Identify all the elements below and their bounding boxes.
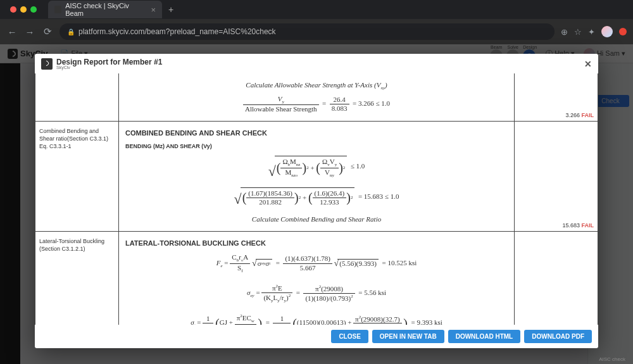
tab-favicon bbox=[54, 6, 61, 13]
section-title: COMBINED BENDING AND SHEAR CHECK bbox=[125, 129, 508, 137]
row-content: LATERAL-TORSIONAL BUCKLING CHECK Fe = Cb… bbox=[119, 232, 515, 325]
record-indicator[interactable] bbox=[619, 28, 627, 35]
left-rail bbox=[0, 63, 20, 364]
url-bar: ← → ⟳ 🔒 platform.skyciv.com/beam?preload… bbox=[0, 19, 633, 44]
bookmark-icon[interactable]: ☆ bbox=[574, 27, 582, 37]
extensions-icon[interactable]: ✦ bbox=[588, 27, 595, 37]
download-html-button[interactable]: DOWNLOAD HTML bbox=[448, 330, 521, 343]
modal-header: Design Report for Member #1 SkyCiv ✕ bbox=[35, 54, 598, 73]
url-text: platform.skyciv.com/beam?preload_name=AI… bbox=[78, 27, 276, 36]
row-label: Combined Bending and Shear ratio(Section… bbox=[35, 122, 119, 232]
search-icon[interactable]: ⊕ bbox=[561, 27, 568, 37]
footer-note: AISC check bbox=[599, 356, 625, 362]
close-button[interactable]: CLOSE bbox=[331, 330, 368, 343]
browser-tab[interactable]: AISC check | SkyCiv Beam × bbox=[48, 1, 162, 18]
url-field[interactable]: 🔒 platform.skyciv.com/beam?preload_name=… bbox=[60, 23, 555, 40]
modal-title: Design Report for Member #1 bbox=[56, 58, 162, 66]
minimize-window-button[interactable] bbox=[20, 6, 27, 13]
download-pdf-button[interactable]: DOWNLOAD PDF bbox=[524, 330, 592, 343]
profile-avatar[interactable] bbox=[601, 26, 613, 37]
close-window-button[interactable] bbox=[10, 6, 16, 13]
browser-chrome: AISC check | SkyCiv Beam × + ← → ⟳ 🔒 pla… bbox=[0, 0, 633, 44]
new-tab-button[interactable]: + bbox=[168, 4, 173, 15]
modal-close-button[interactable]: ✕ bbox=[584, 59, 592, 69]
row-result: 3.266 FAIL bbox=[515, 73, 598, 122]
row-content: COMBINED BENDING AND SHEAR CHECK BENDING… bbox=[119, 122, 515, 232]
url-right-icons: ⊕ ☆ ✦ bbox=[561, 26, 627, 37]
row-label: Lateral-Torsional Buckling (Section C3.1… bbox=[35, 232, 119, 325]
open-new-tab-button[interactable]: OPEN IN NEW TAB bbox=[372, 330, 444, 343]
lock-icon: 🔒 bbox=[67, 28, 75, 35]
window-controls bbox=[5, 6, 42, 13]
report-table: Calculate Allowable Shear Strength at Y-… bbox=[35, 73, 598, 325]
maximize-window-button[interactable] bbox=[30, 6, 37, 13]
back-button[interactable]: ← bbox=[6, 27, 18, 37]
design-report-modal: Design Report for Member #1 SkyCiv ✕ Cal… bbox=[35, 54, 598, 348]
reload-button[interactable]: ⟳ bbox=[42, 26, 53, 37]
tab-title: AISC check | SkyCiv Beam bbox=[65, 2, 143, 17]
tab-close-icon[interactable]: × bbox=[151, 5, 156, 15]
table-row: Combined Bending and Shear ratio(Section… bbox=[35, 122, 598, 232]
section-title: LATERAL-TORSIONAL BUCKLING CHECK bbox=[125, 239, 508, 247]
modal-logo-icon bbox=[41, 58, 53, 70]
row-result: 15.683 FAIL bbox=[515, 122, 598, 232]
forward-button[interactable]: → bbox=[24, 27, 35, 37]
table-row: Calculate Allowable Shear Strength at Y-… bbox=[35, 73, 598, 122]
row-label bbox=[35, 73, 119, 122]
table-row: Lateral-Torsional Buckling (Section C3.1… bbox=[35, 232, 598, 325]
row-content: Calculate Allowable Shear Strength at Y-… bbox=[119, 73, 515, 122]
modal-footer: CLOSE OPEN IN NEW TAB DOWNLOAD HTML DOWN… bbox=[35, 325, 598, 348]
modal-body: Calculate Allowable Shear Strength at Y-… bbox=[35, 73, 598, 325]
tab-bar: AISC check | SkyCiv Beam × + bbox=[0, 0, 633, 19]
row-result bbox=[515, 232, 598, 325]
skyciv-icon bbox=[8, 49, 18, 59]
